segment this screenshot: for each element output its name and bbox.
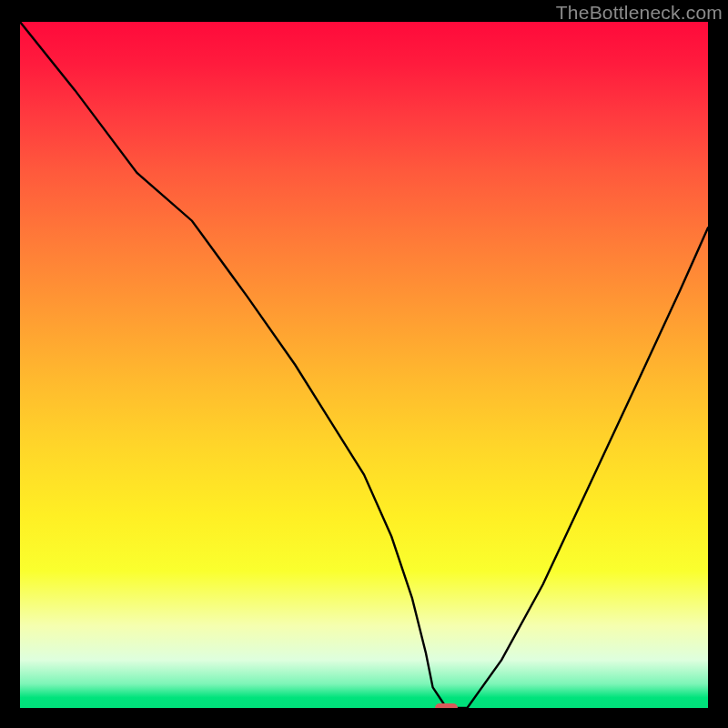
background-gradient: [20, 22, 708, 708]
plot-area: [20, 22, 708, 708]
watermark-label: TheBottleneck.com: [556, 2, 723, 24]
optimum-marker: [435, 703, 458, 708]
chart-frame: TheBottleneck.com: [0, 0, 728, 728]
